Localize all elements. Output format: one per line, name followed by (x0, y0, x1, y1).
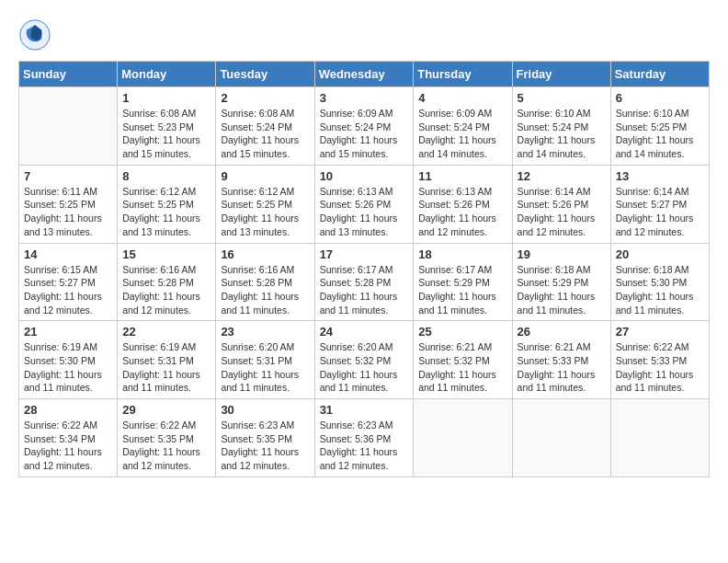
calendar-cell (512, 399, 610, 477)
calendar-cell: 20Sunrise: 6:18 AM Sunset: 5:30 PM Dayli… (610, 243, 709, 321)
calendar-cell: 15Sunrise: 6:16 AM Sunset: 5:28 PM Dayli… (118, 243, 216, 321)
calendar-cell: 9Sunrise: 6:12 AM Sunset: 5:25 PM Daylig… (216, 165, 314, 243)
calendar-cell: 3Sunrise: 6:09 AM Sunset: 5:24 PM Daylig… (314, 87, 414, 166)
day-info: Sunrise: 6:17 AM Sunset: 5:28 PM Dayligh… (320, 263, 409, 317)
day-info: Sunrise: 6:16 AM Sunset: 5:28 PM Dayligh… (122, 263, 210, 317)
day-info: Sunrise: 6:23 AM Sunset: 5:35 PM Dayligh… (221, 419, 309, 473)
calendar-cell: 11Sunrise: 6:13 AM Sunset: 5:26 PM Dayli… (414, 165, 512, 243)
day-number: 20 (616, 247, 704, 261)
calendar-cell: 2Sunrise: 6:08 AM Sunset: 5:24 PM Daylig… (216, 87, 314, 166)
day-info: Sunrise: 6:20 AM Sunset: 5:32 PM Dayligh… (320, 340, 409, 395)
day-info: Sunrise: 6:22 AM Sunset: 5:35 PM Dayligh… (122, 419, 210, 473)
day-info: Sunrise: 6:09 AM Sunset: 5:24 PM Dayligh… (320, 107, 409, 161)
calendar-cell: 26Sunrise: 6:21 AM Sunset: 5:33 PM Dayli… (512, 321, 610, 399)
day-number: 7 (24, 169, 112, 183)
day-info: Sunrise: 6:13 AM Sunset: 5:26 PM Dayligh… (418, 185, 506, 239)
calendar-cell: 17Sunrise: 6:17 AM Sunset: 5:28 PM Dayli… (314, 243, 414, 321)
day-number: 15 (122, 247, 210, 261)
logo-icon (18, 18, 51, 52)
calendar-cell: 29Sunrise: 6:22 AM Sunset: 5:35 PM Dayli… (118, 399, 216, 477)
day-of-week-monday: Monday (118, 62, 216, 87)
day-number: 27 (616, 325, 704, 339)
day-number: 21 (24, 325, 112, 339)
day-of-week-wednesday: Wednesday (314, 62, 414, 87)
day-number: 31 (320, 403, 409, 417)
day-info: Sunrise: 6:23 AM Sunset: 5:36 PM Dayligh… (320, 419, 409, 473)
calendar-cell: 14Sunrise: 6:15 AM Sunset: 5:27 PM Dayli… (19, 243, 118, 321)
day-number: 11 (418, 169, 506, 183)
day-info: Sunrise: 6:12 AM Sunset: 5:25 PM Dayligh… (221, 185, 309, 239)
calendar: SundayMondayTuesdayWednesdayThursdayFrid… (18, 61, 710, 477)
calendar-week-4: 21Sunrise: 6:19 AM Sunset: 5:30 PM Dayli… (19, 321, 710, 399)
day-info: Sunrise: 6:20 AM Sunset: 5:31 PM Dayligh… (221, 340, 309, 395)
calendar-cell: 22Sunrise: 6:19 AM Sunset: 5:31 PM Dayli… (118, 321, 216, 399)
day-info: Sunrise: 6:18 AM Sunset: 5:30 PM Dayligh… (616, 263, 704, 317)
day-number: 4 (418, 91, 506, 105)
calendar-cell: 1Sunrise: 6:08 AM Sunset: 5:23 PM Daylig… (118, 87, 216, 166)
day-number: 29 (122, 403, 210, 417)
day-info: Sunrise: 6:14 AM Sunset: 5:26 PM Dayligh… (518, 185, 606, 239)
day-of-week-friday: Friday (512, 62, 610, 87)
calendar-cell: 28Sunrise: 6:22 AM Sunset: 5:34 PM Dayli… (19, 399, 118, 477)
calendar-week-2: 7Sunrise: 6:11 AM Sunset: 5:25 PM Daylig… (19, 165, 710, 243)
calendar-cell: 5Sunrise: 6:10 AM Sunset: 5:24 PM Daylig… (512, 87, 610, 166)
calendar-cell: 18Sunrise: 6:17 AM Sunset: 5:29 PM Dayli… (414, 243, 512, 321)
calendar-cell: 8Sunrise: 6:12 AM Sunset: 5:25 PM Daylig… (118, 165, 216, 243)
day-number: 26 (518, 325, 606, 339)
day-number: 5 (518, 91, 606, 105)
day-number: 14 (24, 247, 112, 261)
day-number: 13 (616, 169, 704, 183)
day-number: 3 (320, 91, 409, 105)
day-info: Sunrise: 6:15 AM Sunset: 5:27 PM Dayligh… (24, 263, 112, 317)
day-number: 16 (221, 247, 309, 261)
day-info: Sunrise: 6:22 AM Sunset: 5:33 PM Dayligh… (616, 340, 704, 395)
day-info: Sunrise: 6:10 AM Sunset: 5:24 PM Dayligh… (518, 107, 606, 161)
logo (18, 18, 55, 52)
day-number: 1 (122, 91, 210, 105)
day-info: Sunrise: 6:21 AM Sunset: 5:32 PM Dayligh… (418, 340, 506, 395)
day-number: 25 (418, 325, 506, 339)
day-number: 28 (24, 403, 112, 417)
calendar-cell (610, 399, 709, 477)
day-info: Sunrise: 6:17 AM Sunset: 5:29 PM Dayligh… (418, 263, 506, 317)
day-info: Sunrise: 6:14 AM Sunset: 5:27 PM Dayligh… (616, 185, 704, 239)
calendar-cell: 31Sunrise: 6:23 AM Sunset: 5:36 PM Dayli… (314, 399, 414, 477)
day-info: Sunrise: 6:22 AM Sunset: 5:34 PM Dayligh… (24, 419, 112, 473)
day-of-week-saturday: Saturday (610, 62, 709, 87)
calendar-cell: 24Sunrise: 6:20 AM Sunset: 5:32 PM Dayli… (314, 321, 414, 399)
calendar-cell: 7Sunrise: 6:11 AM Sunset: 5:25 PM Daylig… (19, 165, 118, 243)
day-info: Sunrise: 6:09 AM Sunset: 5:24 PM Dayligh… (418, 107, 506, 161)
day-info: Sunrise: 6:19 AM Sunset: 5:30 PM Dayligh… (24, 340, 112, 395)
day-number: 10 (320, 169, 409, 183)
calendar-header-row: SundayMondayTuesdayWednesdayThursdayFrid… (19, 62, 710, 87)
day-number: 8 (122, 169, 210, 183)
day-number: 30 (221, 403, 309, 417)
day-info: Sunrise: 6:21 AM Sunset: 5:33 PM Dayligh… (518, 340, 606, 395)
day-info: Sunrise: 6:18 AM Sunset: 5:29 PM Dayligh… (518, 263, 606, 317)
calendar-cell: 13Sunrise: 6:14 AM Sunset: 5:27 PM Dayli… (610, 165, 709, 243)
calendar-cell: 12Sunrise: 6:14 AM Sunset: 5:26 PM Dayli… (512, 165, 610, 243)
day-number: 6 (616, 91, 704, 105)
day-info: Sunrise: 6:11 AM Sunset: 5:25 PM Dayligh… (24, 185, 112, 239)
day-of-week-tuesday: Tuesday (216, 62, 314, 87)
calendar-cell: 25Sunrise: 6:21 AM Sunset: 5:32 PM Dayli… (414, 321, 512, 399)
day-number: 24 (320, 325, 409, 339)
calendar-cell (414, 399, 512, 477)
day-info: Sunrise: 6:16 AM Sunset: 5:28 PM Dayligh… (221, 263, 309, 317)
calendar-cell: 30Sunrise: 6:23 AM Sunset: 5:35 PM Dayli… (216, 399, 314, 477)
day-number: 19 (518, 247, 606, 261)
day-info: Sunrise: 6:08 AM Sunset: 5:24 PM Dayligh… (221, 107, 309, 161)
calendar-week-1: 1Sunrise: 6:08 AM Sunset: 5:23 PM Daylig… (19, 87, 710, 166)
calendar-week-5: 28Sunrise: 6:22 AM Sunset: 5:34 PM Dayli… (19, 399, 710, 477)
day-number: 17 (320, 247, 409, 261)
calendar-cell: 19Sunrise: 6:18 AM Sunset: 5:29 PM Dayli… (512, 243, 610, 321)
day-number: 9 (221, 169, 309, 183)
calendar-cell: 16Sunrise: 6:16 AM Sunset: 5:28 PM Dayli… (216, 243, 314, 321)
day-number: 23 (221, 325, 309, 339)
day-number: 18 (418, 247, 506, 261)
calendar-cell: 10Sunrise: 6:13 AM Sunset: 5:26 PM Dayli… (314, 165, 414, 243)
calendar-cell: 4Sunrise: 6:09 AM Sunset: 5:24 PM Daylig… (414, 87, 512, 166)
calendar-cell: 23Sunrise: 6:20 AM Sunset: 5:31 PM Dayli… (216, 321, 314, 399)
calendar-cell: 27Sunrise: 6:22 AM Sunset: 5:33 PM Dayli… (610, 321, 709, 399)
day-info: Sunrise: 6:08 AM Sunset: 5:23 PM Dayligh… (122, 107, 210, 161)
